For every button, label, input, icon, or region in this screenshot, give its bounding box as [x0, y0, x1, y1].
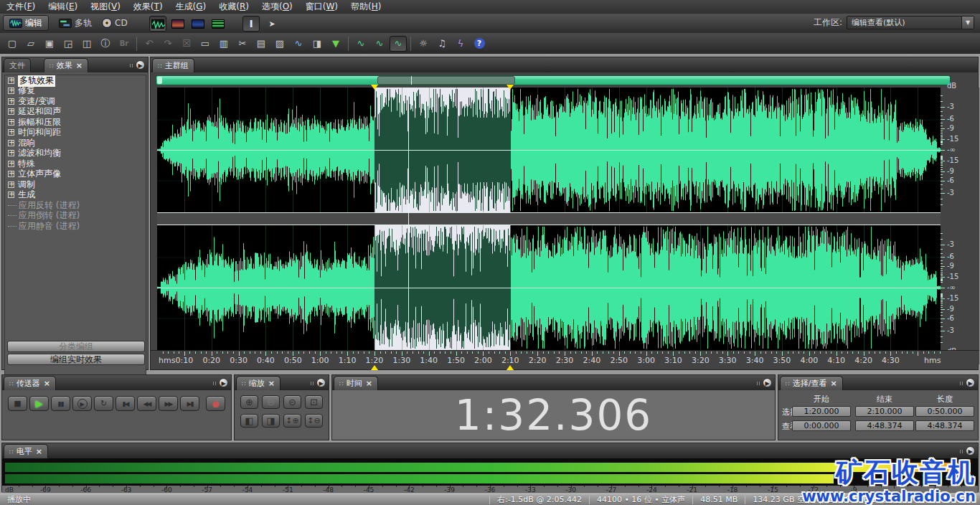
zoom-out-full-button[interactable]: ⊝	[283, 395, 301, 409]
time-display[interactable]: 1:32.306	[332, 390, 775, 440]
trim-button[interactable]: ▭	[197, 36, 214, 52]
menu-F[interactable]: 文件(F)	[0, 1, 42, 13]
mix-paste-button[interactable]: ▨	[271, 36, 288, 52]
tab-files[interactable]: 文件	[4, 58, 31, 72]
selection-handle-icon[interactable]	[507, 365, 514, 370]
overview-scrollbar[interactable]	[156, 75, 951, 85]
selview-field-查看-1[interactable]: 4:48.374	[855, 420, 914, 431]
paste-button[interactable]: ▤	[253, 36, 270, 52]
close-icon[interactable]: ×	[366, 379, 372, 388]
waveform-display[interactable]	[157, 88, 941, 350]
extract-video-audio-button[interactable]: ◲	[60, 36, 77, 52]
play-looped-button[interactable]: ↻	[94, 396, 113, 411]
close-icon[interactable]: ×	[76, 61, 83, 70]
panel-flyout-icon[interactable]: ▶	[966, 378, 975, 387]
tree-item[interactable]: 应用静音 (进程)	[5, 221, 146, 232]
zoom-out-vertical-button[interactable]: ↕⊖	[305, 414, 323, 428]
tab-zoom[interactable]: ∷ 缩放 ×	[236, 376, 281, 390]
session-settings-button[interactable]: ☼	[415, 36, 432, 52]
play-button[interactable]: ▶	[29, 396, 49, 411]
expand-plus-icon[interactable]	[8, 108, 14, 115]
expand-plus-icon[interactable]	[8, 192, 14, 198]
convert-sample-type-button[interactable]: ∿	[290, 36, 307, 52]
audio-hardware-setup-button[interactable]: ♫	[433, 36, 451, 52]
panel-flyout-icon[interactable]: ▶	[763, 378, 772, 387]
timeline-ruler[interactable]: 0:100:200:300:400:501:001:101:201:301:40…	[151, 350, 979, 364]
tab-levels[interactable]: ∷ 电平 ×	[4, 444, 48, 458]
expand-plus-icon[interactable]	[8, 88, 14, 94]
snapping-button[interactable]: ∿	[390, 36, 407, 52]
expand-plus-icon[interactable]	[8, 98, 14, 105]
copy-button[interactable]: ▥	[215, 36, 232, 52]
zoom-in-vertical-button[interactable]: ↕⊕	[283, 414, 301, 428]
expand-plus-icon[interactable]	[8, 129, 14, 136]
tab-time[interactable]: ∷ 时间 ×	[334, 376, 378, 390]
expand-plus-icon[interactable]	[8, 171, 14, 177]
import-from-cd-button[interactable]: ◫	[78, 36, 95, 52]
scrub-tool-button[interactable]: ➤	[263, 16, 281, 32]
play-from-cursor-button[interactable]: ▶	[72, 396, 92, 411]
menu-T[interactable]: 效果(T)	[127, 1, 169, 13]
zoom-to-selection-button[interactable]: ⊡	[305, 395, 323, 409]
cut-button[interactable]: ✂	[234, 36, 251, 52]
menu-R[interactable]: 收藏(R)	[212, 1, 255, 13]
tab-main-group[interactable]: ∷ 主群组	[152, 58, 194, 72]
zoom-in-right-edge-button[interactable]: ◨	[262, 414, 280, 428]
selview-field-查看-2[interactable]: 4:48.374	[915, 420, 974, 431]
close-icon[interactable]: ×	[268, 379, 275, 388]
panel-flyout-icon[interactable]: ▶	[136, 60, 145, 70]
expand-plus-icon[interactable]	[8, 161, 14, 167]
close-icon[interactable]: ×	[36, 447, 42, 456]
insert-into-multitrack-button[interactable]: ◨	[308, 36, 326, 52]
adjust-selection-left-button[interactable]: ∿	[352, 36, 369, 52]
go-to-beginning-button[interactable]: ▮◀	[116, 396, 135, 411]
close-icon[interactable]: ×	[44, 379, 50, 388]
help-button[interactable]: ?	[471, 36, 488, 52]
rewind-button[interactable]: ◀◀	[137, 396, 156, 411]
expand-plus-icon[interactable]	[8, 140, 14, 146]
menu-V[interactable]: 视图(V)	[84, 1, 127, 13]
zoom-in-left-edge-button[interactable]: ◧	[240, 414, 258, 428]
selview-field-选择-1[interactable]: 2:10.000	[855, 406, 914, 417]
menu-E[interactable]: 编辑(E)	[42, 1, 84, 13]
selection-handle-icon[interactable]	[371, 365, 378, 370]
selview-field-查看-0[interactable]: 0:00.000	[792, 420, 851, 431]
selection-handle-icon[interactable]	[371, 85, 378, 90]
level-meters[interactable]	[2, 458, 978, 486]
scripts-button[interactable]: ϟ	[452, 36, 469, 52]
selview-field-选择-2[interactable]: 0:50.000	[915, 406, 974, 417]
menu-H[interactable]: 帮助(H)	[344, 1, 387, 13]
spectral-frequency-view-button[interactable]	[169, 16, 187, 32]
overview-left-cap[interactable]	[157, 77, 162, 84]
selection-handle-icon[interactable]	[507, 85, 514, 90]
group-by-category-button[interactable]: 分类编组	[7, 341, 145, 352]
tab-effects[interactable]: ∷ 效果 ×	[44, 58, 88, 72]
expand-plus-icon[interactable]	[8, 119, 14, 126]
open-file-button[interactable]: ▱	[22, 36, 39, 52]
waveform-view-button[interactable]	[149, 16, 166, 32]
panel-flyout-icon[interactable]: ▶	[219, 378, 228, 387]
fast-forward-button[interactable]: ▶▶	[159, 396, 178, 411]
group-realtime-effects-button[interactable]: 编组实时效果	[7, 354, 145, 365]
close-icon[interactable]: ×	[830, 379, 837, 388]
record-button[interactable]: ●	[206, 396, 225, 411]
panel-flyout-icon[interactable]: ▶	[966, 446, 975, 456]
cd-view-button[interactable]: CD	[95, 15, 134, 31]
expand-plus-icon[interactable]	[8, 77, 14, 84]
workspace-dropdown[interactable]: 编辑查看(默认) ▼	[847, 16, 974, 29]
stop-button[interactable]: ■	[8, 396, 27, 411]
selview-field-选择-0[interactable]: 1:20.000	[792, 406, 851, 417]
go-to-end-button[interactable]: ▶▮	[180, 396, 199, 411]
spectral-phase-view-button[interactable]	[209, 16, 227, 32]
tab-transport[interactable]: ∷ 传送器 ×	[4, 376, 56, 390]
zoom-out-horizontal-button[interactable]: ⊖	[262, 395, 280, 409]
effects-rack-filter-button[interactable]: ▼	[327, 36, 344, 52]
chevron-down-icon[interactable]: ▼	[961, 16, 974, 29]
file-info-button[interactable]: ⓘ	[97, 36, 114, 52]
menu-W[interactable]: 窗口(W)	[299, 1, 344, 13]
panel-flyout-icon[interactable]: ▶	[316, 378, 326, 387]
amplitude-ruler[interactable]: -3-3-6-6-9-9-15-15-∞-3-3-6-6-9-9-15-15-∞…	[941, 88, 979, 350]
expand-plus-icon[interactable]	[8, 181, 14, 188]
zoom-in-horizontal-button[interactable]: ⊕	[240, 395, 258, 409]
pause-button[interactable]: ▮▮	[51, 396, 70, 411]
